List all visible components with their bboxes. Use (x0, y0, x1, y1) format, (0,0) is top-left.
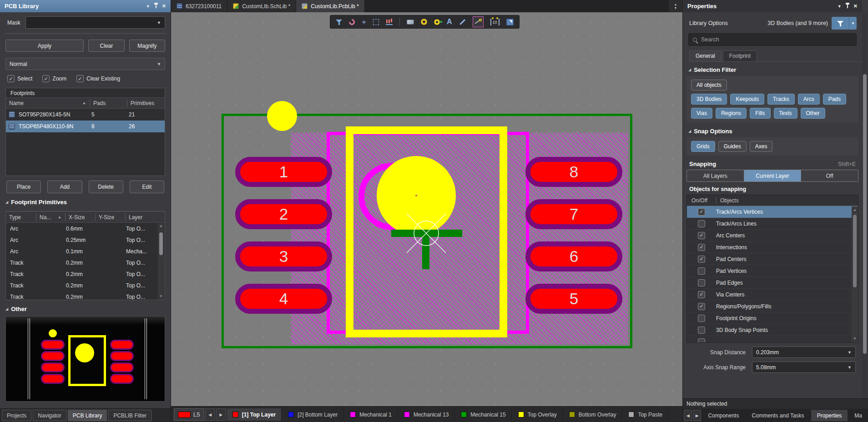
column-ysize[interactable]: Y-Size (95, 213, 125, 221)
layer-set-chip[interactable]: LS (174, 408, 204, 421)
snapping-off[interactable]: Off (801, 170, 858, 181)
alignment-columns-icon[interactable] (386, 19, 393, 25)
snap-row-partial[interactable] (687, 336, 858, 343)
pad-4[interactable]: 4 (235, 284, 332, 314)
snap-magnet-icon[interactable] (348, 18, 356, 26)
tab-document-632723100011[interactable]: 632723100011 (171, 0, 227, 12)
layer-tab-top-layer[interactable]: [1] Top Layer (227, 408, 282, 421)
snap-row-pad-edges[interactable]: Pad Edges (687, 277, 858, 289)
move-cross-icon[interactable]: + (362, 19, 366, 25)
apply-button[interactable]: Apply (5, 40, 84, 52)
tab-manufacturer-clipped[interactable]: Ma (848, 410, 868, 421)
tab-pcblib-filter[interactable]: PCBLIB Filter (108, 410, 151, 421)
primitive-row[interactable]: Arc 0.6mm Top O... (6, 223, 165, 234)
tab-projects[interactable]: Projects (2, 410, 31, 421)
filter-texts[interactable]: Texts (774, 108, 797, 119)
snap-checkbox[interactable] (698, 267, 705, 275)
tab-components[interactable]: Components (702, 410, 745, 421)
silkscreen-pin1-dot[interactable] (267, 101, 297, 131)
pad-2[interactable]: 2 (235, 199, 332, 229)
footprint-row[interactable]: SOT95P280X145-5N 5 21 (6, 109, 165, 121)
column-type[interactable]: Type (6, 213, 36, 221)
snap-checkbox[interactable] (698, 327, 705, 334)
scroll-right-icon[interactable]: ▶ (216, 408, 226, 421)
footprint-preview[interactable] (5, 316, 165, 402)
layer-tab-mechanical13[interactable]: Mechanical 13 (399, 408, 454, 421)
snap-row-track-arcs-vertices[interactable]: ✓ Track/Arcs Vertices (687, 206, 858, 218)
selection-filter-section[interactable]: ◢ Selection Filter (688, 66, 862, 73)
column-objects[interactable]: Objects (716, 197, 858, 204)
snap-checkbox[interactable] (698, 315, 705, 322)
snap-row-pad-centers[interactable]: ✓ Pad Centers (687, 253, 858, 265)
column-primitives[interactable]: Primitives (127, 99, 165, 107)
other-section[interactable]: ◢ Other (5, 306, 171, 312)
scroll-down-icon[interactable]: ▼ (852, 336, 858, 342)
tab-comments-and-tasks[interactable]: Comments and Tasks (746, 410, 810, 421)
column-prim-name[interactable]: Na... ▲ (36, 213, 65, 221)
filter-other[interactable]: Other (801, 108, 825, 119)
filter-vias[interactable]: Vias (691, 108, 712, 119)
snap-checkbox[interactable]: ✓ (698, 244, 705, 251)
filter-arcs[interactable]: Arcs (798, 94, 820, 105)
column-name[interactable]: Name ▲ (6, 99, 90, 107)
scroll-down-icon[interactable]: ▼ (158, 294, 164, 299)
scrollbar[interactable]: ▲ ▼ (158, 223, 164, 299)
pad-1[interactable]: 1 (235, 157, 332, 187)
snap-row-3d-body-snap-points[interactable]: 3D Body Snap Points (687, 324, 858, 336)
plane-icon[interactable] (506, 19, 514, 25)
zoom-checkbox[interactable]: ✓ (42, 75, 50, 82)
scrollbar[interactable]: ▲ ▼ (852, 206, 858, 342)
edit-button[interactable]: Edit (130, 181, 164, 193)
tab-document-schlib[interactable]: CustomLIb.SchLib * (227, 0, 296, 12)
layer-tab-bottom-layer[interactable]: [2] Bottom Layer (283, 408, 343, 421)
filter-regions[interactable]: Regions (716, 108, 747, 119)
panel-menu-icon[interactable]: ▼ (146, 4, 150, 9)
snap-checkbox[interactable]: ✓ (698, 291, 705, 298)
track-mode-icon[interactable] (473, 16, 484, 27)
select-area-icon[interactable] (373, 19, 379, 25)
snapping-current-layer[interactable]: Current Layer (744, 170, 801, 181)
snap-row-intersections[interactable]: ✓ Intersections (687, 241, 858, 253)
axis-snap-range-select[interactable]: 5.08mm ▼ (752, 362, 856, 373)
column-pads[interactable]: Pads (90, 99, 127, 107)
snap-checkbox[interactable]: ✓ (698, 232, 705, 239)
pin-icon[interactable] (847, 5, 848, 8)
layer-tab-top-paste[interactable]: Top Paste (623, 408, 668, 421)
column-layer[interactable]: Layer (125, 213, 165, 221)
tab-general[interactable]: General (689, 50, 722, 61)
search-input[interactable] (701, 36, 852, 43)
column-onoff[interactable]: On/Off (687, 197, 716, 204)
filter-dropdown-icon[interactable]: ▼ (849, 17, 857, 30)
clear-button[interactable]: Clear (88, 40, 124, 52)
pcb-canvas[interactable]: + A 10 1 2 3 4 8 7 6 5 (171, 12, 682, 406)
layer-tab-top-overlay[interactable]: Top Overlay (513, 408, 563, 421)
close-icon[interactable]: ✕ (162, 3, 166, 9)
panel-scrollbar[interactable] (862, 13, 868, 398)
line-icon[interactable] (459, 19, 465, 25)
dimension-icon[interactable]: 10 (490, 19, 500, 25)
scrollbar-thumb[interactable] (863, 74, 867, 354)
snap-checkbox[interactable]: ✓ (698, 208, 705, 216)
filter-funnel-icon[interactable] (832, 17, 849, 30)
primitive-row[interactable]: Track 0.2mm Top O... (6, 268, 165, 280)
snap-row-via-centers[interactable]: ✓ Via Centers (687, 289, 858, 301)
filter-fills[interactable]: Fills (750, 108, 770, 119)
text-string-icon[interactable]: A (447, 19, 452, 25)
all-objects-button[interactable]: All objects (691, 80, 727, 90)
properties-search[interactable] (688, 33, 857, 46)
place-button[interactable]: Place (6, 181, 41, 193)
filter-icon[interactable] (336, 19, 342, 25)
snap-distance-select[interactable]: 0.203mm ▼ (752, 347, 856, 358)
pin-icon[interactable] (156, 5, 156, 8)
mode-select[interactable]: Normal ▼ (5, 58, 165, 70)
column-xsize[interactable]: X-Size (65, 213, 95, 221)
snap-row-pad-vertices[interactable]: Pad Vertices (687, 265, 858, 277)
snap-axes-button[interactable]: Axes (750, 141, 773, 152)
filter-keepouts[interactable]: Keepouts (730, 94, 764, 105)
tab-document-pcblib[interactable]: CustomLib.PcbLib * (296, 0, 364, 12)
snap-row-regions-polygons-fills[interactable]: ✓ Regions/Polygons/Fills (687, 301, 858, 312)
scrollbar-thumb[interactable] (853, 215, 857, 287)
snap-row-track-arcs-lines[interactable]: Track/Arcs Lines (687, 218, 858, 230)
primitive-row[interactable]: Arc 0.1mm Mecha... (6, 246, 165, 257)
object-filter-button[interactable]: ▼ (832, 17, 857, 30)
